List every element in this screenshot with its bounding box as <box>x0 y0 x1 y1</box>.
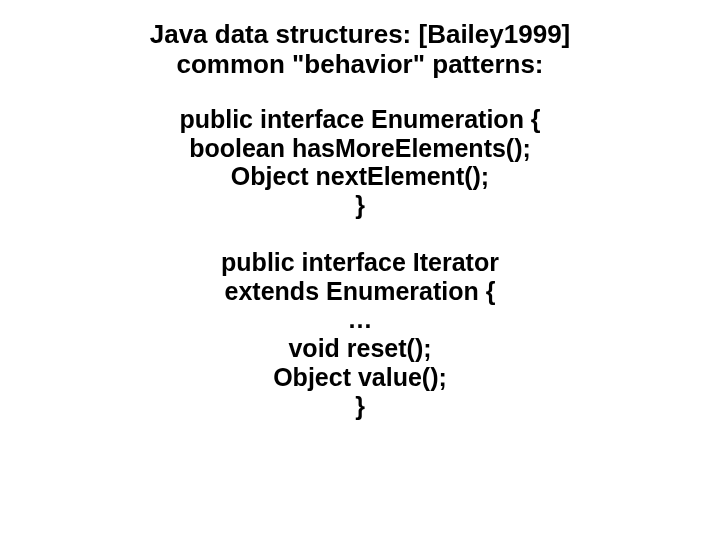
code-line: public interface Enumeration { <box>40 105 680 134</box>
header-line1: Java data structures: [Bailey1999] <box>40 20 680 50</box>
header-line2: common "behavior" patterns: <box>40 50 680 80</box>
code-block-iterator: public interface Iterator extends Enumer… <box>40 248 680 421</box>
slide-header: Java data structures: [Bailey1999] commo… <box>40 20 680 80</box>
slide-content: Java data structures: [Bailey1999] commo… <box>0 0 720 440</box>
code-line: Object value(); <box>40 363 680 392</box>
code-block-enumeration: public interface Enumeration { boolean h… <box>40 105 680 220</box>
code-line: } <box>40 191 680 220</box>
code-line: … <box>40 305 680 334</box>
code-line: } <box>40 392 680 421</box>
code-line: boolean hasMoreElements(); <box>40 134 680 163</box>
code-line: public interface Iterator <box>40 248 680 277</box>
code-line: extends Enumeration { <box>40 277 680 306</box>
code-line: void reset(); <box>40 334 680 363</box>
code-line: Object nextElement(); <box>40 162 680 191</box>
